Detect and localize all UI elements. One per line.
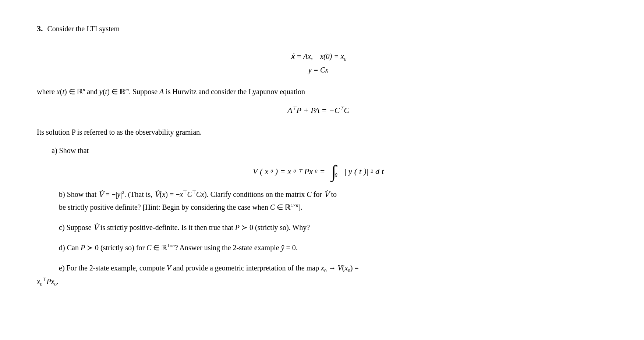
part-d: d) Can P ≻ 0 (strictly so) for C ∈ ℝ1×n?… [37, 241, 600, 254]
lyapunov-equation: A⊤P + PA = −C⊤C [37, 104, 600, 117]
part-c-text: c) Suppose V̇ is strictly positive-defin… [59, 221, 600, 234]
problem-intro: Consider the LTI system [47, 22, 120, 35]
problem-number: 3. [37, 22, 43, 35]
problem-container: 3. Consider the LTI system ẋ = Ax, x(0) … [37, 22, 600, 288]
system-equations: ẋ = Ax, x(0) = x0 y = Cx [37, 50, 600, 77]
part-b-text: b) Show that V̇ = −|y|2. (That is, V̇(x)… [59, 188, 600, 214]
part-c: c) Suppose V̇ is strictly positive-defin… [37, 221, 600, 234]
where-text: where x(t) ∈ ℝn and y(t) ∈ ℝm. Suppose A… [37, 85, 600, 98]
part-d-text: d) Can P ≻ 0 (strictly so) for C ∈ ℝ1×n?… [59, 241, 600, 254]
part-e-last-line: x0⊤Px0. [37, 275, 600, 289]
part-a-equation: V(x0) = x0⊤Px0 = ∫ ∞ 0 |y(t)|2 dt [37, 163, 600, 179]
part-e-text: e) For the 2-state example, compute V an… [59, 262, 600, 275]
part-a-label: a) Show that [52, 144, 600, 157]
solution-text: Its solution P is referred to as the obs… [37, 126, 600, 138]
problem-header: 3. Consider the LTI system [37, 22, 600, 41]
equation-xdot: ẋ = Ax, x(0) = x0 [37, 50, 600, 63]
equation-y: y = Cx [37, 63, 600, 77]
part-e: e) For the 2-state example, compute V an… [37, 262, 600, 289]
part-b: b) Show that V̇ = −|y|2. (That is, V̇(x)… [37, 188, 600, 214]
part-a: a) Show that V(x0) = x0⊤Px0 = ∫ ∞ 0 |y(t… [37, 144, 600, 179]
